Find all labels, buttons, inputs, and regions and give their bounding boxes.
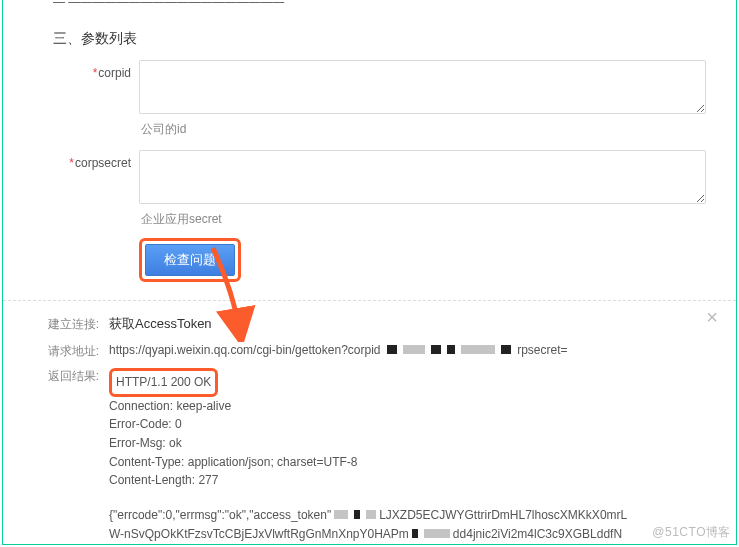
corpid-input[interactable] [139,60,706,114]
url-label: 请求地址: [31,341,109,360]
check-button-highlight: 检查问题 [139,238,241,282]
url-value: https://qyapi.weixin.qq.com/cgi-bin/gett… [109,341,708,360]
corpsecret-label: *corpsecret [3,150,139,236]
watermark: @51CTO博客 [652,524,731,541]
corpid-label: *corpid [3,60,139,146]
corpid-hint: 公司的id [139,117,706,146]
section-three-title: 三、参数列表 [3,14,736,56]
close-icon[interactable]: × [706,307,718,327]
check-button[interactable]: 检查问题 [145,244,235,276]
connect-label: 建立连接: [31,314,109,335]
http-status-highlight: HTTP/1.1 200 OK [109,368,218,397]
corpsecret-hint: 企业应用secret [139,207,706,236]
truncated-prev-section: — —————————————————— [3,0,736,14]
connect-value: 获取AccessToken [109,314,708,335]
response-value: HTTP/1.1 200 OK Connection: keep-alive E… [109,368,708,545]
section-divider [3,300,736,301]
response-json: {"errcode":0,"errmsg":"ok","access_token… [109,506,708,545]
response-label: 返回结果: [31,366,109,545]
corpsecret-input[interactable] [139,150,706,204]
